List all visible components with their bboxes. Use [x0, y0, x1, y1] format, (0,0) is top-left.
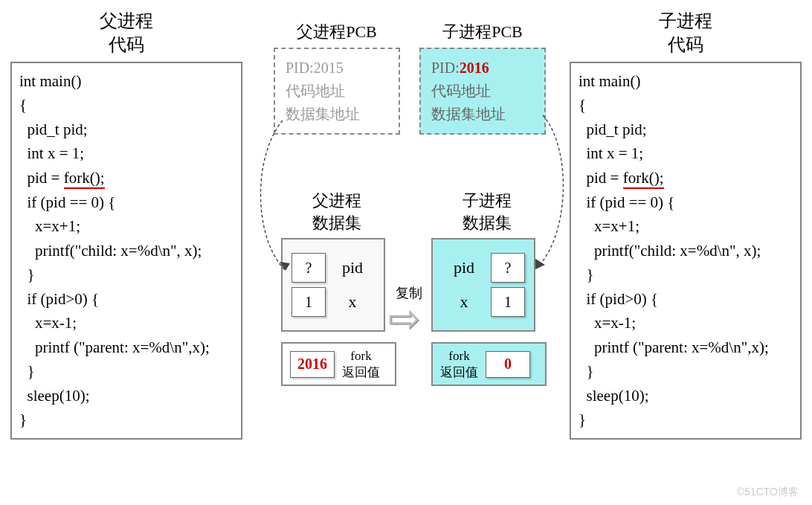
child-dataset-l2: 数据集: [463, 213, 512, 232]
parent-dataset-l2: 数据集: [312, 213, 361, 232]
parent-x-label: x: [336, 292, 369, 312]
parent-dataset-box: ? pid 1 x: [281, 238, 385, 332]
child-pid-row: ? pid: [442, 253, 525, 283]
child-fork-l1: fork: [448, 349, 469, 363]
child-title-line1: 子进程: [659, 11, 712, 30]
child-pid-cell: ?: [491, 253, 525, 283]
pid-label-text: PID:: [286, 59, 314, 76]
child-pcb-box: PID:2016 代码地址 数据集地址: [419, 48, 546, 135]
parent-pid-row: ? pid: [291, 253, 375, 283]
parent-pcb-column: 父进程PCB PID:2015 代码地址 数据集地址: [274, 21, 400, 135]
child-code-title: 子进程 代码: [570, 9, 802, 57]
parent-title-line1: 父进程: [100, 11, 153, 30]
parent-fork-box: 2016 fork 返回值: [281, 342, 396, 386]
parent-pid-value: 2015: [314, 59, 344, 76]
parent-fork-l1: fork: [350, 349, 371, 363]
parent-fork-value: 2016: [290, 351, 335, 378]
child-dataset-title: 子进程 数据集: [431, 190, 543, 234]
parent-dataset-l1: 父进程: [312, 191, 361, 210]
child-pcb-column: 子进程PCB PID:2016 代码地址 数据集地址: [419, 21, 546, 135]
parent-dataset-column: 父进程 数据集 ? pid 1 x 2016 fork 返回值: [281, 190, 393, 386]
child-dataset-l1: 子进程: [463, 191, 512, 210]
parent-pcb-codeaddr: 代码地址: [286, 80, 388, 103]
parent-pid-label: pid: [336, 258, 369, 277]
parent-pcb-pid: PID:2015: [286, 57, 388, 80]
copy-arrow-icon: ⇨: [388, 296, 421, 341]
child-pcb-dataaddr: 数据集地址: [431, 103, 534, 126]
child-code-box: int main(){ pid_t pid; int x = 1; pid = …: [570, 62, 802, 440]
child-fork-value: 0: [486, 351, 530, 378]
child-pcb-title: 子进程PCB: [419, 21, 546, 43]
child-fork-label: fork 返回值: [440, 348, 478, 380]
parent-pid-cell: ?: [291, 253, 326, 283]
child-title-line2: 代码: [668, 35, 703, 54]
pid-label-text: PID:: [431, 59, 460, 76]
child-code-column: 子进程 代码 int main(){ pid_t pid; int x = 1;…: [570, 9, 802, 440]
parent-fork-l2: 返回值: [342, 365, 380, 379]
child-dataset-column: 子进程 数据集 ? pid 1 x fork 返回值 0: [431, 190, 543, 386]
child-x-row: 1 x: [442, 287, 525, 317]
parent-x-cell: 1: [291, 287, 326, 317]
child-fork-box: fork 返回值 0: [431, 342, 547, 386]
parent-pcb-dataaddr: 数据集地址: [286, 103, 388, 126]
child-pid-value: 2016: [460, 59, 489, 76]
parent-code-box: int main(){ pid_t pid; int x = 1; pid = …: [10, 62, 242, 440]
child-x-cell: 1: [491, 287, 525, 317]
child-pcb-codeaddr: 代码地址: [431, 80, 534, 103]
child-fork-l2: 返回值: [440, 365, 478, 379]
parent-pcb-title: 父进程PCB: [274, 21, 400, 43]
parent-fork-label: fork 返回值: [342, 348, 380, 380]
child-dataset-box: ? pid 1 x: [431, 238, 535, 332]
parent-x-row: 1 x: [291, 287, 375, 317]
parent-title-line2: 代码: [109, 35, 144, 54]
parent-code-column: 父进程 代码 int main(){ pid_t pid; int x = 1;…: [10, 9, 242, 440]
parent-code-title: 父进程 代码: [10, 9, 242, 57]
child-pcb-pid: PID:2016: [431, 57, 534, 80]
child-x-label: x: [448, 292, 480, 312]
child-pid-label: pid: [448, 258, 480, 277]
parent-pcb-box: PID:2015 代码地址 数据集地址: [274, 48, 400, 135]
parent-dataset-title: 父进程 数据集: [281, 190, 393, 234]
watermark-text: ©51CTO博客: [737, 486, 799, 499]
